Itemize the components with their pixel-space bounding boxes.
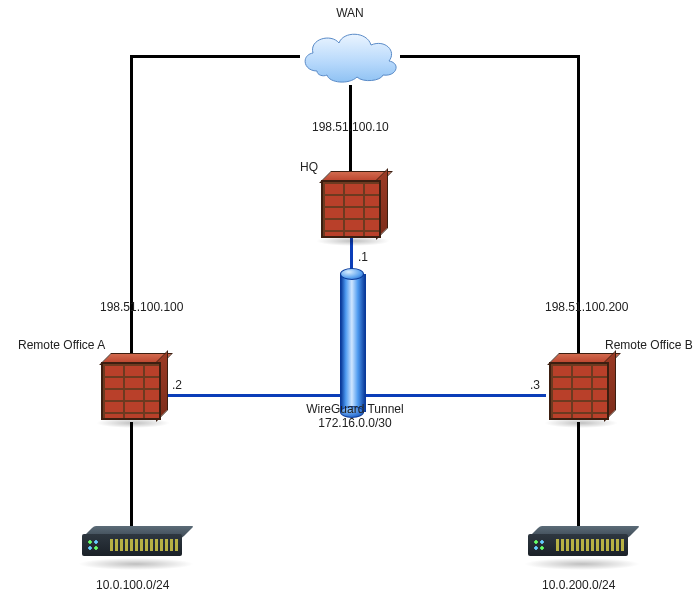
- firewall-remote-b: [544, 362, 614, 424]
- remote-a-tunnel-host: .2: [172, 378, 182, 392]
- tunnel-link: [164, 394, 350, 397]
- wan-link: [130, 55, 300, 58]
- wan-cloud-icon: [297, 25, 403, 85]
- tunnel-subnet: 172.16.0.0/30: [300, 416, 410, 430]
- wan-link: [400, 55, 580, 58]
- wan-label: WAN: [320, 6, 380, 20]
- remote-a-lan-subnet: 10.0.100.0/24: [96, 578, 169, 592]
- diagram-canvas: WAN 198.51.100.10 HQ .1 WireGuard Tunnel…: [0, 0, 700, 608]
- switch-remote-a: [82, 534, 182, 562]
- hq-wan-ip: 198.51.100.10: [312, 120, 389, 134]
- hq-label: HQ: [300, 160, 318, 174]
- switch-remote-b: [528, 534, 628, 562]
- remote-b-label: Remote Office B: [605, 338, 693, 352]
- firewall-remote-a: [96, 362, 166, 424]
- hq-tunnel-host: .1: [358, 250, 368, 264]
- wan-link: [577, 55, 580, 365]
- tunnel-link: [354, 394, 546, 397]
- lan-link: [577, 422, 580, 534]
- remote-b-wan-ip: 198.51.100.200: [545, 300, 628, 314]
- remote-b-tunnel-host: .3: [530, 378, 540, 392]
- tunnel-name: WireGuard Tunnel: [300, 402, 410, 416]
- remote-a-label: Remote Office A: [18, 338, 105, 352]
- lan-link: [130, 422, 133, 534]
- firewall-hq: [316, 180, 386, 242]
- remote-a-wan-ip: 198.51.100.100: [100, 300, 183, 314]
- remote-b-lan-subnet: 10.0.200.0/24: [542, 578, 615, 592]
- wireguard-tunnel-icon: [340, 268, 364, 418]
- wan-link: [130, 55, 133, 365]
